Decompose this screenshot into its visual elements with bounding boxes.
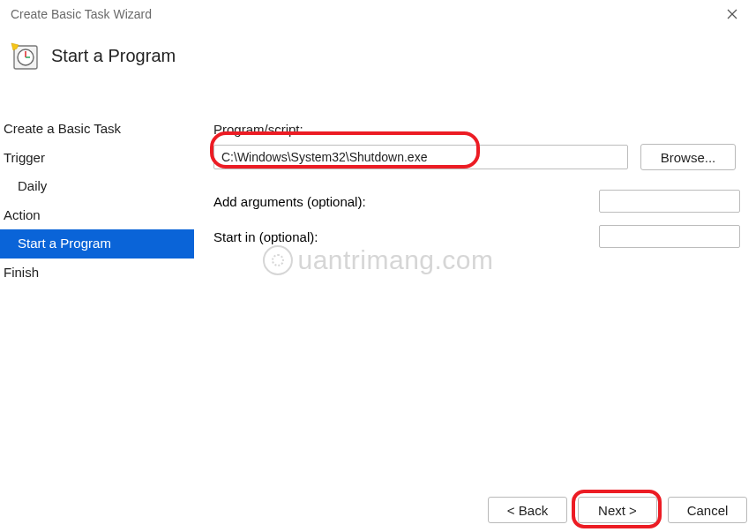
arguments-label: Add arguments (optional): xyxy=(213,194,599,209)
back-button[interactable]: < Back xyxy=(488,497,567,523)
startin-row: Start in (optional): xyxy=(213,225,740,248)
program-script-row: Browse... xyxy=(213,144,740,170)
close-button[interactable] xyxy=(719,1,745,27)
arguments-row: Add arguments (optional): xyxy=(213,190,740,213)
wizard-header: Start a Program xyxy=(0,28,756,86)
arguments-input[interactable] xyxy=(599,190,740,213)
startin-input[interactable] xyxy=(599,225,740,248)
program-script-label: Program/script: xyxy=(213,122,740,137)
startin-label: Start in (optional): xyxy=(213,229,599,244)
page-title: Start a Program xyxy=(51,46,176,66)
step-action[interactable]: Action xyxy=(0,201,194,230)
step-create-basic-task[interactable]: Create a Basic Task xyxy=(0,115,194,144)
step-start-a-program[interactable]: Start a Program xyxy=(0,229,194,259)
wizard-icon xyxy=(9,41,39,71)
close-icon xyxy=(727,9,737,19)
wizard-steps-sidebar: Create a Basic Task Trigger Daily Action… xyxy=(0,86,194,287)
step-finish[interactable]: Finish xyxy=(0,259,194,288)
wizard-footer: < Back Next > Cancel xyxy=(488,497,747,523)
step-trigger-daily[interactable]: Daily xyxy=(0,172,194,201)
titlebar: Create Basic Task Wizard xyxy=(0,0,756,28)
browse-button[interactable]: Browse... xyxy=(640,144,736,170)
window-title: Create Basic Task Wizard xyxy=(11,7,719,21)
program-script-input[interactable] xyxy=(213,145,628,169)
step-trigger[interactable]: Trigger xyxy=(0,144,194,173)
cancel-button[interactable]: Cancel xyxy=(668,497,747,523)
wizard-body: Create a Basic Task Trigger Daily Action… xyxy=(0,86,756,287)
wizard-main-panel: Program/script: Browse... Add arguments … xyxy=(194,86,756,260)
next-button[interactable]: Next > xyxy=(578,497,657,523)
